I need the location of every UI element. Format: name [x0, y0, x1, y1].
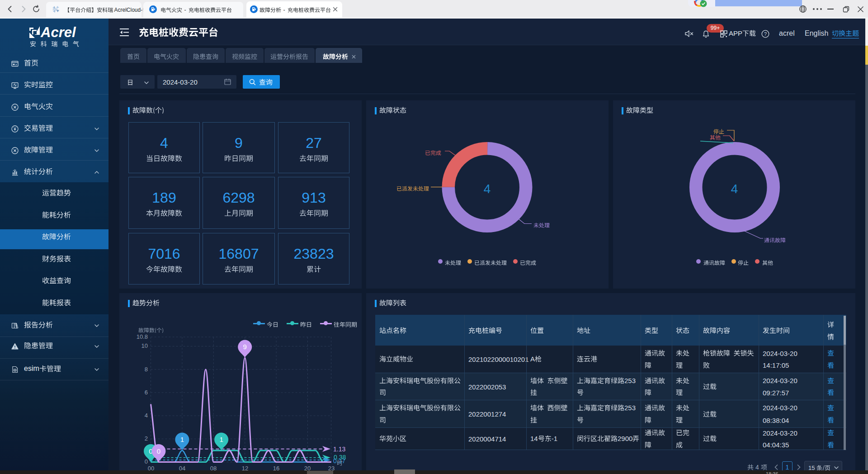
svg-text:1: 1 [180, 436, 184, 443]
svg-text:0: 0 [157, 447, 160, 455]
svg-text:?: ? [764, 31, 767, 37]
svg-text:1: 1 [219, 436, 223, 443]
svg-text:9: 9 [243, 343, 247, 351]
